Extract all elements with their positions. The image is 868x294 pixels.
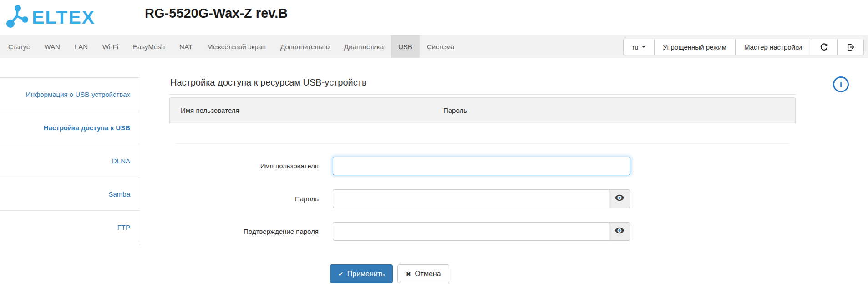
info-icon[interactable]: i [833, 76, 849, 92]
tab-lan[interactable]: LAN [67, 35, 95, 58]
navbar-control-group: ru Упрощенный режим Мастер настройки [623, 39, 864, 55]
tab-system[interactable]: Система [420, 35, 462, 58]
page-title: Настройка доступа к ресурсам USB-устройс… [169, 77, 796, 95]
toggle-password-confirm-visibility-button[interactable] [609, 222, 630, 241]
apply-button[interactable]: ✔ Применить [330, 264, 393, 283]
sidebar-item-samba[interactable]: Samba [0, 177, 140, 210]
logout-icon [846, 43, 855, 51]
page-header: ELTEX RG-5520G-Wax-Z rev.B [0, 0, 868, 35]
sidebar-item-dlna[interactable]: DLNA [0, 144, 140, 177]
tab-nat[interactable]: NAT [172, 35, 200, 58]
refresh-icon [820, 43, 828, 51]
device-title: RG-5520G-Wax-Z rev.B [145, 6, 288, 21]
setup-wizard-button[interactable]: Мастер настройки [735, 39, 811, 55]
check-icon: ✔ [338, 270, 344, 278]
password-label: Пароль [169, 195, 319, 203]
cancel-button[interactable]: ✖ Отмена [397, 264, 449, 283]
form-actions: ✔ Применить ✖ Отмена [330, 264, 796, 283]
username-input[interactable] [333, 157, 630, 175]
usb-access-form: Имя пользователя Пароль [169, 144, 796, 283]
tab-status[interactable]: Статус [1, 35, 37, 58]
language-dropdown-label: ru [632, 43, 638, 51]
credentials-table-body [169, 123, 796, 143]
form-row-password-confirm: Подтверждение пароля [169, 222, 796, 241]
tab-easymesh[interactable]: EasyMesh [126, 35, 172, 58]
language-dropdown[interactable]: ru [624, 39, 654, 55]
form-row-password: Пароль [169, 189, 796, 208]
tab-diagnostics[interactable]: Диагностика [337, 35, 391, 58]
password-confirm-label: Подтверждение пароля [169, 228, 319, 235]
usb-sidebar: Информация о USB-устройствах Настройка д… [0, 74, 140, 245]
sidebar-item-ftp[interactable]: FTP [0, 210, 140, 243]
eltex-logo-icon [5, 4, 29, 31]
tab-wan[interactable]: WAN [37, 35, 67, 58]
eltex-logo[interactable]: ELTEX [5, 4, 95, 31]
password-confirm-input[interactable] [333, 222, 609, 241]
tab-wifi[interactable]: Wi-Fi [95, 35, 126, 58]
sidebar-item-usb-info[interactable]: Информация о USB-устройствах [0, 77, 140, 111]
main-navbar: Статус WAN LAN Wi-Fi EasyMesh NAT Межсет… [0, 35, 868, 58]
sidebar-item-usb-access[interactable]: Настройка доступа к USB [0, 111, 140, 144]
tab-firewall[interactable]: Межсетевой экран [200, 35, 273, 58]
toggle-password-visibility-button[interactable] [609, 189, 630, 208]
eye-icon [614, 194, 624, 203]
apply-button-label: Применить [347, 270, 385, 278]
form-row-username: Имя пользователя [169, 157, 796, 175]
column-header-password: Пароль [443, 106, 795, 114]
password-input[interactable] [333, 189, 609, 208]
column-header-username: Имя пользователя [170, 106, 443, 114]
eltex-logo-text: ELTEX [32, 8, 95, 27]
credentials-table-header: Имя пользователя Пароль [169, 97, 796, 123]
caret-down-icon [642, 46, 645, 48]
cancel-x-icon: ✖ [406, 270, 411, 278]
tab-usb[interactable]: USB [391, 35, 420, 58]
eye-icon [614, 227, 624, 236]
username-label: Имя пользователя [169, 162, 319, 170]
cancel-button-label: Отмена [415, 270, 441, 278]
tab-advanced[interactable]: Дополнительно [273, 35, 337, 58]
simple-mode-button[interactable]: Упрощенный режим [654, 39, 735, 55]
refresh-button[interactable] [811, 39, 837, 55]
usb-access-panel: Настройка доступа к ресурсам USB-устройс… [169, 77, 796, 283]
logout-button[interactable] [837, 39, 863, 55]
